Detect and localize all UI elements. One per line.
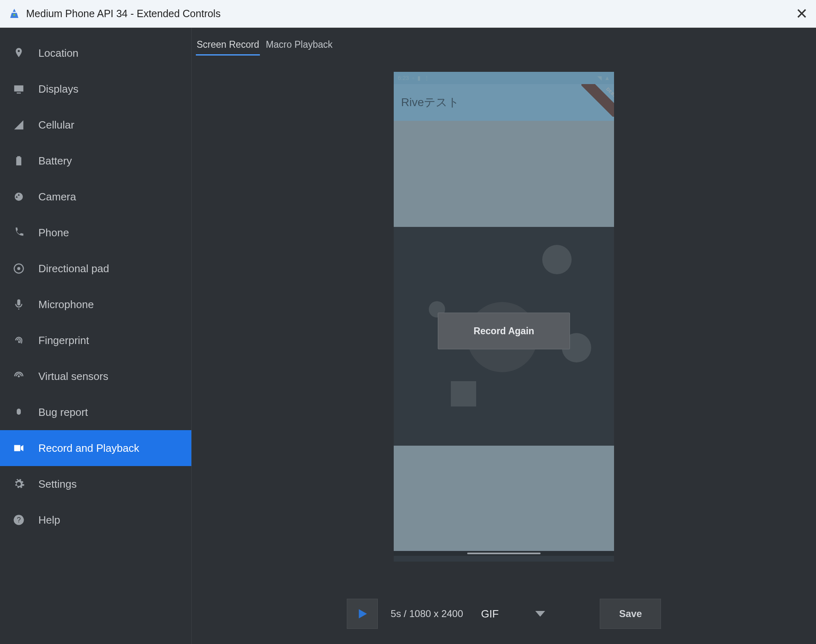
sidebar-item-label: Camera [38, 191, 76, 203]
svg-text:?: ? [17, 516, 21, 524]
sidebar-item-label: Directional pad [38, 262, 109, 275]
sidebar-item-microphone[interactable]: Microphone [0, 286, 191, 322]
tab-screen-record[interactable]: Screen Record [196, 39, 260, 56]
play-button[interactable] [347, 599, 378, 629]
status-signal-icon: ▲ [604, 75, 610, 81]
decor-circle [542, 245, 572, 274]
cellular-icon [11, 119, 26, 131]
microphone-icon [11, 298, 26, 311]
phone-bottom-panel [394, 446, 614, 556]
bug-icon [11, 406, 26, 418]
record-again-button[interactable]: Record Again [438, 313, 570, 349]
sidebar-item-displays[interactable]: Displays [0, 71, 191, 107]
sidebar-item-phone[interactable]: Phone [0, 215, 191, 251]
phone-status-bar: 6:23 ◦ ▮ ⋮ ◥ ▲ [394, 72, 614, 84]
sidebar-item-label: Bug report [38, 406, 88, 419]
sidebar-item-dpad[interactable]: Directional pad [0, 251, 191, 286]
sidebar-item-settings[interactable]: Settings [0, 466, 191, 502]
play-icon [355, 607, 369, 621]
phone-app-bar: Riveテスト DEBUG [394, 84, 614, 121]
sidebar-item-location[interactable]: Location [0, 35, 191, 71]
sidebar-item-virtual-sensors[interactable]: Virtual sensors [0, 358, 191, 394]
sidebar-item-record-playback[interactable]: Record and Playback [0, 430, 191, 466]
decor-square [451, 381, 476, 406]
svg-point-2 [17, 267, 20, 270]
sidebar-item-bug-report[interactable]: Bug report [0, 394, 191, 430]
sidebar-item-label: Fingerprint [38, 334, 89, 347]
sidebar-item-battery[interactable]: Battery [0, 143, 191, 179]
status-battery-icon: ▮ [417, 75, 421, 81]
close-button[interactable]: ✕ [796, 7, 808, 21]
phone-icon [11, 227, 26, 239]
window-title: Medium Phone API 34 - Extended Controls [26, 8, 221, 20]
sidebar-item-help[interactable]: ? Help [0, 502, 191, 538]
sidebar-item-fingerprint[interactable]: Fingerprint [0, 322, 191, 358]
sidebar-item-label: Virtual sensors [38, 370, 109, 383]
phone-nav-bar [394, 551, 614, 556]
sidebar-item-label: Battery [38, 155, 72, 167]
content-area: Screen Record Macro Playback 6:23 ◦ ▮ ⋮ … [192, 28, 816, 644]
videocam-icon [11, 442, 26, 454]
help-icon: ? [11, 514, 26, 526]
status-time: 6:23 [398, 75, 409, 81]
svg-point-0 [13, 14, 16, 16]
phone-top-panel [394, 121, 614, 227]
status-notif-icon: ◦ [412, 75, 414, 81]
tabs: Screen Record Macro Playback [192, 28, 816, 56]
sidebar-item-label: Help [38, 514, 60, 526]
location-icon [11, 47, 26, 59]
sidebar-item-label: Displays [38, 83, 78, 95]
svg-point-3 [18, 375, 20, 378]
app-title: Riveテスト [401, 95, 459, 110]
format-select[interactable]: GIF [479, 606, 548, 622]
fingerprint-icon [11, 334, 26, 346]
sidebar-item-camera[interactable]: Camera [0, 179, 191, 215]
camera-icon [11, 191, 26, 203]
save-button[interactable]: Save [600, 599, 661, 629]
titlebar: Medium Phone API 34 - Extended Controls … [0, 0, 816, 28]
sidebar-item-cellular[interactable]: Cellular [0, 107, 191, 143]
android-studio-icon [8, 8, 20, 20]
sidebar-item-label: Record and Playback [38, 442, 139, 455]
preview-area: 6:23 ◦ ▮ ⋮ ◥ ▲ Riveテスト DEBUG [192, 56, 816, 584]
sidebar-item-label: Microphone [38, 298, 94, 311]
sidebar-item-label: Cellular [38, 119, 74, 131]
status-misc-icon: ⋮ [424, 75, 430, 81]
chevron-down-icon [535, 611, 545, 617]
sensors-icon [11, 370, 26, 382]
dpad-icon [11, 262, 26, 275]
recording-info: 5s / 1080 x 2400 [391, 608, 463, 620]
footer-controls: 5s / 1080 x 2400 GIF Save [192, 584, 816, 644]
sidebar-item-label: Phone [38, 227, 69, 239]
phone-middle-content: Record Again [394, 227, 614, 446]
status-wifi-icon: ◥ [597, 75, 602, 81]
displays-icon [11, 83, 26, 95]
sidebar: Location Displays Cellular Battery Camer… [0, 28, 192, 644]
format-value: GIF [481, 608, 499, 620]
sidebar-item-label: Location [38, 47, 78, 60]
sidebar-item-label: Settings [38, 478, 77, 491]
phone-preview: 6:23 ◦ ▮ ⋮ ◥ ▲ Riveテスト DEBUG [394, 72, 614, 562]
tab-macro-playback[interactable]: Macro Playback [265, 39, 333, 56]
debug-banner: DEBUG [581, 84, 614, 117]
battery-icon [11, 155, 26, 167]
gear-icon [11, 478, 26, 490]
